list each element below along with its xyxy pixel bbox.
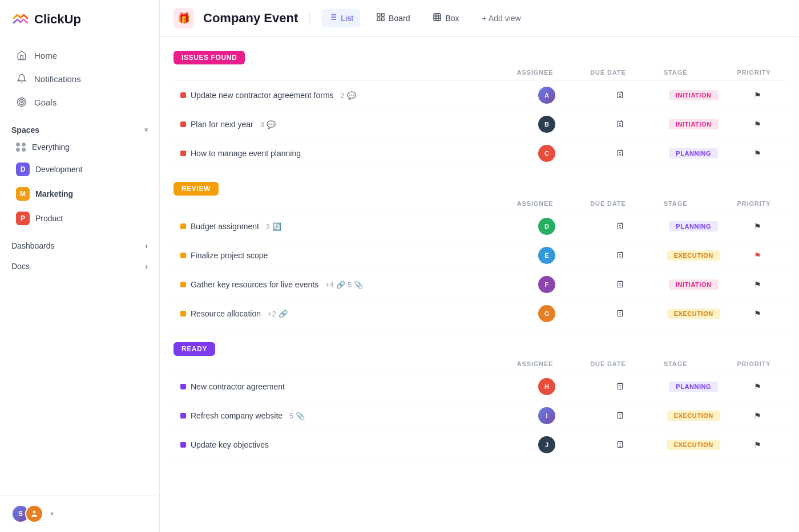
task-dot-icon — [180, 413, 186, 419]
task-name: Refresh company website — [191, 411, 283, 420]
tab-list[interactable]: List — [321, 9, 360, 27]
add-view-button[interactable]: + Add view — [475, 10, 528, 26]
avatar: E — [538, 247, 555, 264]
sidebar-item-goals-label: Goals — [34, 98, 57, 107]
event-title: Company Event — [203, 11, 298, 26]
sidebar-nav: Home Notifications Goals — [0, 39, 159, 119]
user-footer-chevron-icon[interactable]: ▾ — [50, 510, 54, 518]
group-ready: READY ASSIGNEE DUE DATE STAGE PRIORITY — [173, 342, 785, 460]
priority-cell: ⚑ — [731, 212, 786, 241]
table-row: New contractor agreement H 🗓 PLANNING — [173, 372, 785, 401]
task-dot-icon — [180, 311, 186, 316]
group-review: REVIEW ASSIGNEE DUE DATE STAGE PRIORITY — [173, 182, 785, 328]
content-area: ISSUES FOUND ASSIGNEE DUE DATE STAGE PRI… — [160, 37, 799, 532]
sidebar-item-home[interactable]: Home — [5, 44, 155, 67]
docs-label: Docs — [11, 262, 30, 271]
flag-icon: ⚑ — [754, 149, 761, 158]
logo-text: ClickUp — [34, 12, 81, 27]
refresh-icon: 🔄 — [272, 222, 281, 231]
sidebar-item-notifications[interactable]: Notifications — [5, 67, 155, 90]
sidebar-item-docs[interactable]: Docs › — [0, 256, 159, 277]
task-name: Update new contractor agreement forms — [191, 91, 334, 100]
calendar-icon: 🗓 — [616, 308, 625, 318]
task-name-cell: How to manage event planning — [173, 139, 510, 168]
stage-cell: EXECUTION — [657, 299, 731, 328]
table-row: Budget assignment 3 🔄 D 🗓 — [173, 212, 785, 241]
task-name: Gather key resources for live events — [191, 280, 318, 289]
marketing-dot-icon: M — [16, 187, 30, 201]
th-task-ready — [173, 356, 510, 372]
sidebar: ClickUp Home Notifications Goals Spaces … — [0, 0, 160, 532]
sidebar-item-everything-label: Everything — [32, 143, 70, 152]
table-row: Update key objectives J 🗓 EXECUTION — [173, 431, 785, 460]
priority-cell: ⚑ — [731, 81, 786, 110]
avatar: G — [538, 305, 555, 322]
tab-list-label: List — [341, 14, 353, 23]
everything-dots-icon — [16, 143, 26, 152]
topbar: 🎁 Company Event List Board Box + Add vie… — [160, 0, 799, 37]
th-priority-issues: PRIORITY — [731, 64, 786, 81]
sidebar-item-goals[interactable]: Goals — [5, 91, 155, 113]
flag-icon: ⚑ — [754, 120, 761, 129]
avatar: H — [538, 378, 555, 395]
sidebar-item-product-label: Product — [35, 214, 63, 223]
spaces-chevron-icon[interactable]: ▾ — [144, 126, 148, 134]
calendar-icon: 🗓 — [616, 119, 625, 129]
task-dot-icon — [180, 224, 186, 229]
task-dot-icon — [180, 442, 186, 448]
dashboards-label: Dashboards — [11, 241, 55, 250]
sidebar-item-notifications-label: Notifications — [34, 74, 81, 84]
flag-icon: ⚑ — [754, 440, 761, 449]
calendar-icon: 🗓 — [616, 250, 625, 260]
sidebar-item-product[interactable]: P Product — [5, 206, 155, 230]
th-stage-ready: STAGE — [657, 356, 731, 372]
task-name: Resource allocation — [191, 309, 261, 318]
calendar-icon: 🗓 — [616, 90, 625, 100]
avatar: B — [538, 116, 555, 133]
priority-cell: ⚑ — [731, 299, 786, 328]
calendar-icon: 🗓 — [616, 440, 625, 449]
th-stage-issues: STAGE — [657, 64, 731, 81]
task-name: Plan for next year — [191, 120, 253, 129]
svg-point-0 — [18, 98, 26, 107]
sidebar-item-dashboards[interactable]: Dashboards › — [0, 235, 159, 256]
task-meta: 5 📎 — [289, 412, 305, 420]
due-date-cell: 🗓 — [583, 270, 657, 299]
table-row: How to manage event planning C 🗓 PLANNIN… — [173, 139, 785, 168]
assignee-cell: J — [510, 431, 584, 460]
link-icon: 🔗 — [336, 281, 345, 289]
assignee-cell: F — [510, 270, 584, 299]
due-date-cell: 🗓 — [583, 401, 657, 431]
stage-badge: PLANNING — [669, 381, 718, 392]
tab-box[interactable]: Box — [426, 9, 466, 27]
task-name-cell: Finalize project scope — [173, 241, 510, 270]
table-row: Update new contractor agreement forms 2 … — [173, 81, 785, 110]
paperclip-icon: 📎 — [296, 412, 305, 420]
sidebar-item-marketing[interactable]: M Marketing — [5, 182, 155, 206]
comment-icon: 💬 — [347, 91, 356, 100]
sidebar-item-everything[interactable]: Everything — [5, 137, 155, 157]
svg-point-1 — [19, 100, 25, 105]
due-date-cell: 🗓 — [583, 241, 657, 270]
box-tab-icon — [433, 13, 442, 24]
task-meta: 2 💬 — [341, 91, 356, 100]
priority-cell: ⚑ — [731, 110, 786, 139]
th-duedate-review: DUE DATE — [583, 196, 657, 212]
tab-board[interactable]: Board — [369, 9, 417, 27]
stage-badge: INITIATION — [669, 90, 719, 100]
th-task-review — [173, 196, 510, 212]
th-duedate-ready: DUE DATE — [583, 356, 657, 372]
home-icon — [16, 50, 27, 61]
product-dot-icon: P — [16, 212, 30, 225]
stage-cell: INITIATION — [657, 270, 731, 299]
sidebar-item-development[interactable]: D Development — [5, 157, 155, 181]
due-date-cell: 🗓 — [583, 372, 657, 401]
tab-box-label: Box — [445, 14, 459, 23]
assignee-cell: B — [510, 110, 584, 139]
avatar: D — [538, 218, 555, 235]
task-name-cell: Refresh company website 5 📎 — [173, 401, 510, 431]
goals-icon — [16, 96, 27, 108]
task-meta: +2 🔗 — [268, 310, 288, 318]
avatar: I — [538, 407, 555, 424]
due-date-cell: 🗓 — [583, 110, 657, 139]
